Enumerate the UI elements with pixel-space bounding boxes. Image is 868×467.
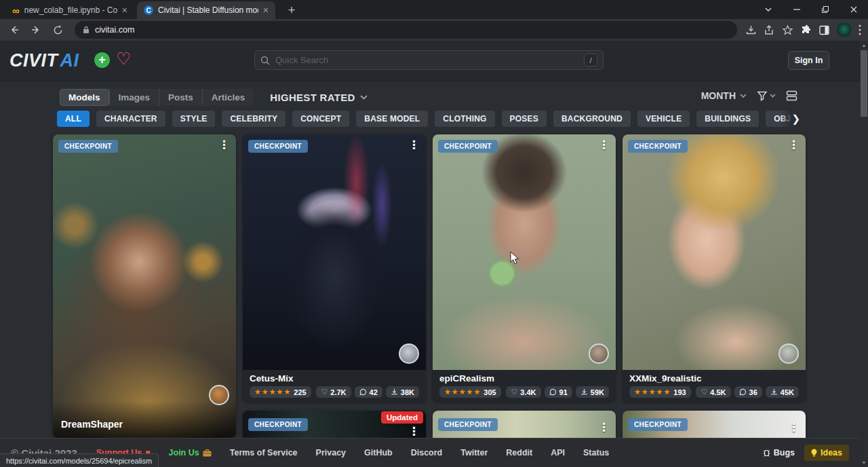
chip-character[interactable]: CHARACTER	[96, 111, 165, 127]
filter-funnel-button[interactable]	[757, 90, 776, 101]
tab-close-icon[interactable]: ×	[122, 5, 127, 15]
chips-scroll-right-button[interactable]: ❯	[781, 111, 800, 127]
footer-link-github[interactable]: GitHub	[364, 448, 393, 457]
chip-clothing[interactable]: CLOTHING	[435, 111, 494, 127]
checkpoint-badge: CHECKPOINT	[58, 140, 118, 153]
back-button[interactable]	[5, 21, 23, 39]
card-menu-kebab-icon[interactable]: ⋮	[598, 138, 610, 152]
checkpoint-badge: CHECKPOINT	[248, 140, 308, 153]
browser-menu-kebab-icon[interactable]	[859, 24, 861, 35]
rows-layout-icon	[786, 90, 797, 101]
creator-avatar[interactable]	[399, 343, 419, 364]
downloads-count: 38K	[401, 388, 414, 396]
scrollbar-thumb[interactable]	[861, 50, 867, 117]
bugs-button[interactable]: Bugs	[763, 448, 795, 457]
tab-images[interactable]: Images	[109, 89, 159, 106]
extensions-puzzle-icon[interactable]	[800, 24, 812, 36]
tab-models[interactable]: Models	[60, 89, 109, 106]
side-panel-icon[interactable]	[818, 24, 830, 36]
chip-base-model[interactable]: BASE MODEL	[356, 111, 428, 127]
model-card-xxmix-9realistic[interactable]: CHECKPOINT ⋮ XXMix_9realistic ★★★★★ 193 …	[623, 134, 806, 402]
close-window-button[interactable]	[840, 0, 868, 19]
card-info: epiCRealism ★★★★★ 305 ♡3.4K 91 59K	[433, 370, 616, 402]
stat-pill-group: ♡2.7K 42 38K	[316, 386, 419, 398]
footer-link-reddit[interactable]: Reddit	[506, 448, 532, 457]
reload-button[interactable]	[49, 21, 66, 39]
creator-avatar[interactable]	[589, 343, 609, 364]
card-menu-kebab-icon[interactable]: ⋮	[598, 420, 610, 434]
browser-tab-colab[interactable]: ∞ new_colab_file.ipynb - Colaborat ×	[5, 1, 134, 19]
download-icon	[580, 388, 588, 396]
tab-title: Civitai | Stable Diffusion models,	[158, 5, 258, 15]
creator-avatar[interactable]	[209, 385, 229, 405]
chip-background[interactable]: BACKGROUND	[553, 111, 631, 127]
model-card-epicrealism[interactable]: CHECKPOINT ⋮ epiCRealism ★★★★★ 305 ♡3.4K…	[433, 134, 616, 402]
bookmark-star-icon[interactable]	[782, 24, 793, 36]
rating-pill: ★★★★★ 193	[629, 386, 691, 398]
star-rating-icon: ★★★★★	[634, 388, 671, 396]
civitai-favicon-icon: C	[144, 5, 153, 15]
footer-link-privacy[interactable]: Privacy	[316, 448, 346, 457]
layout-toggle-button[interactable]	[786, 90, 797, 101]
sort-dropdown[interactable]: HIGHEST RATED	[270, 92, 367, 103]
card-menu-kebab-icon[interactable]: ⋮	[788, 138, 800, 152]
filter-controls: MONTH	[701, 90, 797, 101]
card-menu-kebab-icon[interactable]: ⋮	[788, 420, 800, 434]
creator-avatar[interactable]	[778, 343, 799, 364]
sort-label: HIGHEST RATED	[270, 92, 355, 103]
card-menu-kebab-icon[interactable]: ⋮	[408, 424, 420, 438]
minimize-button[interactable]	[783, 0, 811, 19]
chip-all[interactable]: ALL	[57, 111, 90, 127]
chip-buildings[interactable]: BUILDINGS	[696, 111, 759, 127]
scroll-up-arrow[interactable]: ▲	[860, 41, 868, 50]
chip-celebrity[interactable]: CELEBRITY	[222, 111, 285, 127]
forward-button[interactable]	[27, 21, 45, 39]
download-icon[interactable]	[745, 24, 757, 36]
chip-style[interactable]: STYLE	[172, 111, 216, 127]
browser-tab-civitai[interactable]: C Civitai | Stable Diffusion models, ×	[137, 1, 275, 19]
model-card-image	[623, 134, 806, 370]
tab-close-icon[interactable]: ×	[263, 5, 269, 15]
scroll-down-arrow[interactable]: ▼	[860, 458, 868, 467]
star-rating-icon: ★★★★★	[444, 388, 481, 396]
footer-link-terms[interactable]: Terms of Service	[230, 448, 298, 457]
likes-count: 2.7K	[330, 388, 346, 396]
page-scrollbar[interactable]: ▲ ▼	[860, 41, 868, 467]
period-dropdown[interactable]: MONTH	[701, 90, 747, 101]
footer-link-twitter[interactable]: Twitter	[460, 448, 488, 457]
quick-search-box[interactable]: /	[254, 50, 604, 70]
footer-link-status[interactable]: Status	[583, 448, 609, 457]
card-menu-kebab-icon[interactable]: ⋮	[218, 138, 230, 152]
maximize-button[interactable]	[811, 0, 840, 19]
tab-articles[interactable]: Articles	[202, 89, 254, 106]
footer-link-api[interactable]: API	[551, 448, 565, 457]
colab-favicon-icon: ∞	[12, 5, 20, 16]
chip-poses[interactable]: POSES	[502, 111, 547, 127]
new-tab-button[interactable]: +	[283, 3, 300, 18]
chip-concept[interactable]: CONCEPT	[292, 111, 349, 127]
footer-link-join-us[interactable]: Join Us	[169, 448, 212, 457]
share-icon[interactable]	[764, 24, 775, 36]
chip-vehicle[interactable]: VEHICLE	[637, 111, 690, 127]
mouse-cursor	[510, 251, 519, 265]
footer-link-discord[interactable]: Discord	[411, 448, 443, 457]
logo-text-ai: AI	[60, 50, 79, 71]
stat-pill-group: ♡4.5K 36 45K	[696, 386, 799, 398]
briefcase-icon	[203, 449, 212, 457]
model-card-dreamshaper[interactable]: CHECKPOINT ⋮ DreamShaper	[53, 134, 236, 438]
tab-posts[interactable]: Posts	[159, 89, 202, 106]
model-title: Cetus-Mix	[250, 373, 419, 384]
search-input[interactable]	[275, 55, 578, 65]
rating-pill: ★★★★★ 225	[250, 386, 311, 398]
upload-plus-button[interactable]: +	[94, 52, 110, 68]
sign-in-button[interactable]: Sign In	[788, 51, 829, 70]
favorites-heart-icon[interactable]: ♡	[116, 49, 131, 69]
civitai-logo[interactable]: CIVITAI	[9, 50, 79, 71]
tab-search-icon[interactable]	[754, 0, 783, 19]
model-card-cetus-mix[interactable]: CHECKPOINT ⋮ Cetus-Mix ★★★★★ 225 ♡2.7K 4…	[243, 134, 426, 402]
address-bar[interactable]: civitai.com	[75, 21, 737, 39]
ideas-button[interactable]: Ideas	[804, 445, 849, 461]
browser-profile-avatar[interactable]	[837, 22, 852, 37]
footer-links: Support Us♥ Join Us Terms of Service Pri…	[96, 448, 609, 457]
card-menu-kebab-icon[interactable]: ⋮	[408, 138, 420, 152]
